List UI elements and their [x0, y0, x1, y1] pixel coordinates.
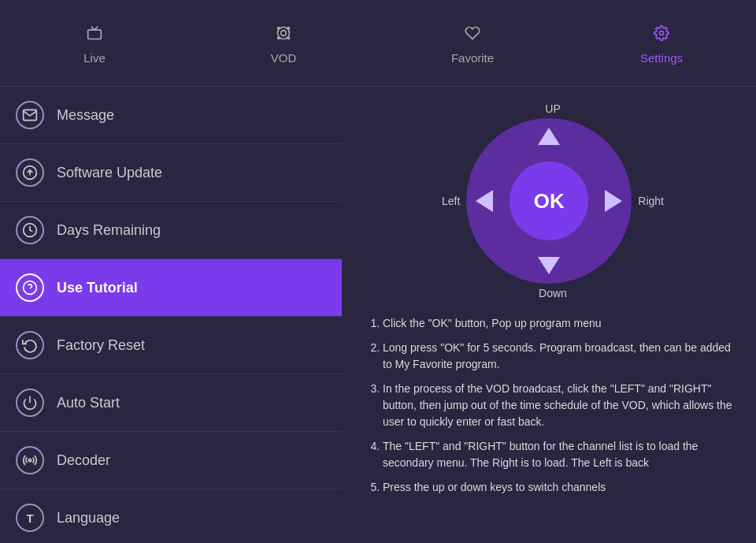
nav-item-live[interactable]: Live [0, 0, 189, 86]
sidebar-label-message: Message [57, 107, 114, 124]
language-icon: T [16, 504, 44, 532]
dpad-wrapper: Left OK Right [442, 118, 664, 284]
heart-icon [465, 21, 480, 46]
dpad[interactable]: OK [466, 118, 632, 284]
sidebar-item-message[interactable]: Message [0, 87, 342, 144]
nav-label-live: Live [83, 51, 106, 65]
svg-point-6 [287, 37, 290, 39]
svg-point-14 [28, 459, 31, 461]
dpad-arrow-right[interactable] [605, 190, 622, 212]
dpad-arrow-up[interactable] [538, 128, 560, 145]
gear-icon [654, 21, 669, 46]
sidebar-item-use-tutorial[interactable]: Use Tutorial [0, 259, 342, 317]
svg-point-5 [278, 37, 280, 39]
dpad-right-label: Right [638, 195, 664, 207]
sidebar-label-use-tutorial: Use Tutorial [57, 280, 138, 296]
dpad-up-label: UP [545, 102, 560, 115]
signal-icon [16, 446, 44, 474]
sidebar-item-factory-reset[interactable]: Factory Reset [0, 317, 342, 374]
sidebar-item-language[interactable]: T Language [0, 489, 342, 543]
sidebar-item-decoder[interactable]: Decoder [0, 432, 342, 489]
sidebar-label-decoder: Decoder [57, 452, 110, 469]
svg-point-1 [281, 31, 287, 36]
main-layout: Message Software Update Days Remaining [0, 87, 756, 543]
power-icon [16, 389, 44, 417]
nav-label-vod: VOD [271, 51, 297, 65]
svg-point-4 [287, 28, 290, 30]
sidebar-label-days-remaining: Days Remaining [57, 222, 161, 239]
sidebar-label-software-update: Software Update [57, 165, 162, 181]
vod-icon [276, 21, 291, 46]
instruction-item-2: Long press "OK" for 5 seconds. Program b… [383, 340, 740, 373]
dpad-arrow-down[interactable] [538, 257, 560, 274]
instructions-list: Click the "OK" button, Pop up program me… [365, 315, 740, 496]
dpad-left-label: Left [442, 195, 460, 207]
dpad-ok-button[interactable]: OK [510, 162, 588, 240]
sidebar-label-language: Language [57, 510, 120, 526]
sidebar-item-days-remaining[interactable]: Days Remaining [0, 202, 342, 259]
instruction-item-4: The "LEFT" and "RIGHT" button for the ch… [383, 438, 740, 471]
svg-point-3 [278, 28, 280, 30]
sidebar-item-software-update[interactable]: Software Update [0, 144, 342, 202]
sidebar-item-auto-start[interactable]: Auto Start [0, 374, 342, 432]
clock-icon [16, 216, 44, 244]
sidebar-label-factory-reset: Factory Reset [57, 337, 145, 354]
svg-point-7 [660, 32, 664, 35]
nav-label-favorite: Favorite [451, 51, 494, 65]
sidebar-label-auto-start: Auto Start [57, 395, 120, 411]
tv-icon [87, 21, 102, 46]
instruction-item-1: Click the "OK" button, Pop up program me… [383, 315, 740, 332]
envelope-icon [16, 101, 44, 129]
content-panel: UP Left OK Right Down Click the "OK" but… [342, 87, 756, 543]
svg-rect-0 [88, 30, 102, 39]
nav-item-vod[interactable]: VOD [189, 0, 378, 86]
reset-icon [16, 331, 44, 359]
sidebar: Message Software Update Days Remaining [0, 87, 342, 543]
top-nav: Live VOD Favorite [0, 0, 756, 87]
instruction-item-3: In the process of the VOD broadcast, cli… [383, 381, 740, 430]
dpad-container: UP Left OK Right Down [365, 95, 740, 299]
question-icon [16, 273, 44, 302]
instruction-item-5: Press the up or down keys to switch chan… [383, 479, 740, 496]
nav-item-settings[interactable]: Settings [567, 0, 756, 86]
dpad-arrow-left[interactable] [476, 190, 493, 212]
nav-label-settings: Settings [640, 51, 683, 65]
nav-item-favorite[interactable]: Favorite [378, 0, 567, 86]
dpad-down-label: Down [539, 287, 567, 299]
upload-icon [16, 158, 44, 187]
